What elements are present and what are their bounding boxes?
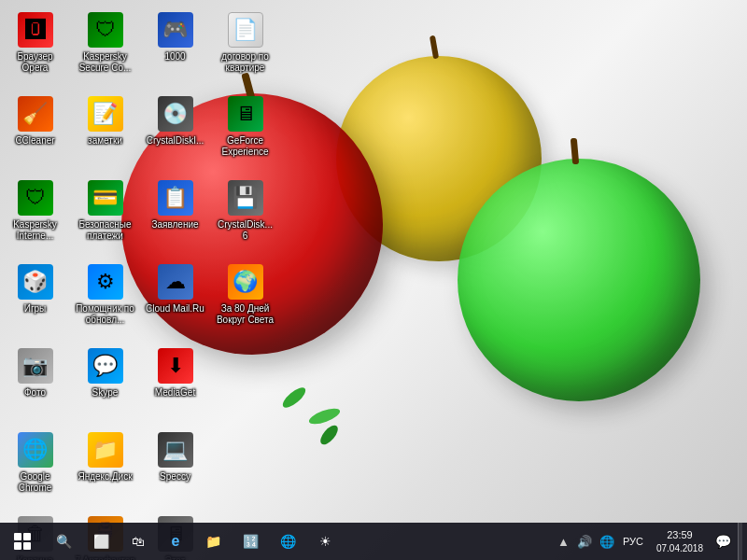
icon-label-skype: Skype <box>92 387 119 399</box>
desktop: 🅾Браузер Opera🛡Kaspersky Secure Co...🎮10… <box>0 0 747 560</box>
icon-label-1000: 1000 <box>164 51 185 63</box>
icon-label-speccy: Speccy <box>160 471 190 483</box>
desktop-icon-contract[interactable]: 📄договор по квартире <box>210 5 280 89</box>
icon-image-mediaget: ⬇ <box>158 348 193 384</box>
edge-button[interactable]: e <box>157 523 194 560</box>
icon-image-foto: 📷 <box>18 348 53 384</box>
icon-image-cloudmail: ☁ <box>158 264 193 300</box>
explorer-button[interactable]: 📁 <box>194 523 232 560</box>
icon-image-zametki: 📝 <box>88 96 123 132</box>
icon-label-yadisk: Яндекс.Диск <box>78 471 132 483</box>
desktop-icon-pomoshnik[interactable]: ⚙Помощник по обновл... <box>70 257 140 341</box>
desktop-icon-empty2[interactable] <box>210 425 280 509</box>
icon-label-opera: Браузер Opera <box>4 51 66 74</box>
desktop-icon-kaspersky-secure[interactable]: 🛡Kaspersky Secure Co... <box>70 5 140 89</box>
icon-label-igry: Игры <box>24 303 47 315</box>
icon-image-ccleaner: 🧹 <box>18 96 53 132</box>
apple-green <box>458 159 700 401</box>
desktop-icon-geforce[interactable]: 🖥GeForce Experience <box>210 89 280 173</box>
start-button[interactable] <box>0 523 45 560</box>
stem-green <box>571 138 579 165</box>
tray-network[interactable]: 🌐 <box>597 533 617 551</box>
desktop-icon-chrome[interactable]: 🌐Google Chrome <box>0 425 70 509</box>
language-button[interactable]: РУС <box>619 534 647 549</box>
brightness-button[interactable]: ☀ <box>306 523 344 560</box>
desktop-icon-zayavlenie[interactable]: 📋Заявление <box>140 173 210 257</box>
icon-image-1000: 🎮 <box>158 12 193 48</box>
desktop-icon-kaspersky-internet[interactable]: 🛡Kaspersky Interne... <box>0 173 70 257</box>
icon-label-bezopasnie: Безопасные платежи <box>74 219 136 242</box>
desktop-icons-grid: 🅾Браузер Opera🛡Kaspersky Secure Co...🎮10… <box>0 5 280 560</box>
icon-label-mediaget: MediaGet <box>155 387 195 399</box>
desktop-icon-skype[interactable]: 💬Skype <box>70 341 140 425</box>
desktop-icon-ccleaner[interactable]: 🧹CCleaner <box>0 89 70 173</box>
desktop-icon-igry[interactable]: 🎲Игры <box>0 257 70 341</box>
icon-label-80days: За 80 Дней Вокруг Света <box>214 303 276 326</box>
desktop-icon-opera[interactable]: 🅾Браузер Opera <box>0 5 70 89</box>
icon-image-crystaldisk: 💿 <box>158 96 193 132</box>
desktop-icon-cloudmail[interactable]: ☁Cloud Mail.Ru <box>140 257 210 341</box>
icon-image-80days: 🌍 <box>228 264 263 300</box>
icon-label-ccleaner: CCleaner <box>15 135 54 147</box>
desktop-icon-mediaget[interactable]: ⬇MediaGet <box>140 341 210 425</box>
windows-logo <box>14 533 31 550</box>
store-button[interactable]: 🛍 <box>120 523 157 560</box>
icon-image-kaspersky-internet: 🛡 <box>18 180 53 216</box>
desktop-icon-crystaldisk[interactable]: 💿CrystalDiskI... <box>140 89 210 173</box>
tray-volume[interactable]: 🔊 <box>574 533 595 551</box>
clock[interactable]: 23:59 07.04.2018 <box>649 528 711 553</box>
desktop-icon-foto[interactable]: 📷Фото <box>0 341 70 425</box>
icon-image-opera: 🅾 <box>18 12 53 48</box>
icon-image-contract: 📄 <box>228 12 263 48</box>
icon-label-chrome: Google Chrome <box>4 471 66 494</box>
icon-image-chrome: 🌐 <box>18 432 53 468</box>
icon-label-crystaldisk6: CrystalDisk... 6 <box>214 219 276 242</box>
leaf-3 <box>317 423 341 448</box>
tray-chevron[interactable]: ▲ <box>555 533 572 551</box>
icon-image-geforce: 🖥 <box>228 96 263 132</box>
icon-label-crystaldisk: CrystalDiskI... <box>147 135 204 147</box>
icon-label-contract: договор по квартире <box>214 51 276 74</box>
icon-label-kaspersky-secure: Kaspersky Secure Co... <box>74 51 136 74</box>
show-desktop-button[interactable] <box>738 523 742 560</box>
icon-image-bezopasnie: 💳 <box>88 180 123 216</box>
icon-image-crystaldisk6: 💾 <box>228 180 263 216</box>
icon-image-yadisk: 📁 <box>88 432 123 468</box>
icon-image-speccy: 💻 <box>158 432 193 468</box>
icon-image-kaspersky-secure: 🛡 <box>88 12 123 48</box>
tray-notification[interactable]: 💬 <box>712 532 734 551</box>
icon-label-zametki: заметки <box>88 135 122 147</box>
icon-label-geforce: GeForce Experience <box>214 135 276 158</box>
icon-label-pomoshnik: Помощник по обновл... <box>74 303 136 326</box>
icon-image-pomoshnik: ⚙ <box>88 264 123 300</box>
leaf-2 <box>307 405 342 427</box>
icon-label-zayavlenie: Заявление <box>151 219 198 231</box>
desktop-icon-yadisk[interactable]: 📁Яндекс.Диск <box>70 425 140 509</box>
system-tray: ▲ 🔊 🌐 РУС 23:59 07.04.2018 💬 <box>555 523 742 560</box>
desktop-icon-crystaldisk6[interactable]: 💾CrystalDisk... 6 <box>210 173 280 257</box>
icon-image-igry: 🎲 <box>18 264 53 300</box>
taskbar: 🔍 ⬜ 🛍 e 📁 🔢 🌐 ☀ ▲ 🔊 🌐 РУС 23:59 07.04.20… <box>0 523 747 560</box>
icon-label-kaspersky-internet: Kaspersky Interne... <box>4 219 66 242</box>
clock-time: 23:59 <box>667 528 693 541</box>
icon-label-cloudmail: Cloud Mail.Ru <box>146 303 204 315</box>
calc-button[interactable]: 🔢 <box>232 523 269 560</box>
desktop-icon-zametki[interactable]: 📝заметки <box>70 89 140 173</box>
desktop-icon-bezopasnie[interactable]: 💳Безопасные платежи <box>70 173 140 257</box>
desktop-icon-80days[interactable]: 🌍За 80 Дней Вокруг Света <box>210 257 280 341</box>
search-button[interactable]: 🔍 <box>45 523 82 560</box>
icon-image-skype: 💬 <box>88 348 123 384</box>
desktop-icon-empty1[interactable] <box>210 341 280 425</box>
desktop-icon-speccy[interactable]: 💻Speccy <box>140 425 210 509</box>
desktop-icon-1000[interactable]: 🎮1000 <box>140 5 210 89</box>
task-view-button[interactable]: ⬜ <box>82 523 120 560</box>
leaf-1 <box>280 385 309 411</box>
icon-image-zayavlenie: 📋 <box>158 180 193 216</box>
chrome-taskbar-button[interactable]: 🌐 <box>269 523 306 560</box>
icon-label-foto: Фото <box>24 387 46 399</box>
clock-date: 07.04.2018 <box>656 542 703 554</box>
